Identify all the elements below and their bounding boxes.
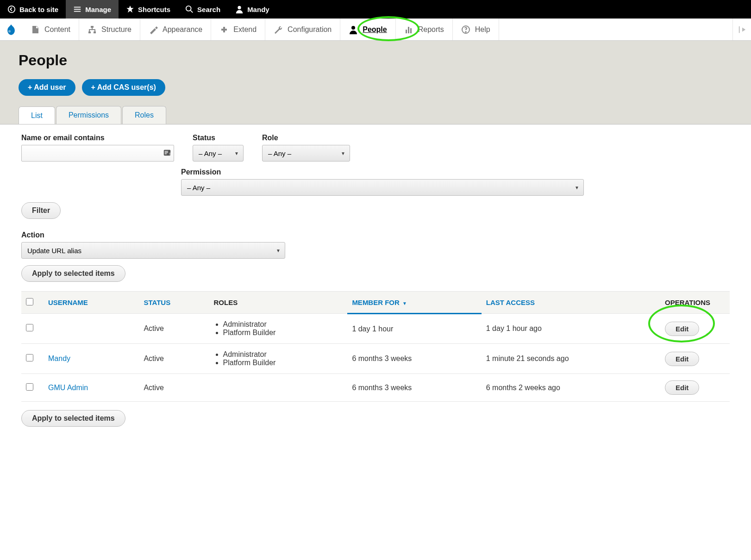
star-icon xyxy=(126,5,134,13)
svg-point-0 xyxy=(8,6,15,12)
action-group: Action Update URL alias xyxy=(21,231,730,259)
last-access-cell: 1 minute 21 seconds ago xyxy=(482,344,660,374)
menu-label: Structure xyxy=(101,25,131,34)
menu-label: People xyxy=(363,25,387,34)
search-icon xyxy=(185,5,194,13)
col-member-for[interactable]: MEMBER FOR▼ xyxy=(347,292,481,314)
admin-menu-extend[interactable]: Extend xyxy=(211,19,265,40)
menu-label: Appearance xyxy=(163,25,202,34)
menu-label: Configuration xyxy=(288,25,332,34)
apply-action-top-button[interactable]: Apply to selected items xyxy=(21,265,125,282)
shortcuts-link[interactable]: Shortcuts xyxy=(119,0,178,19)
last-access-cell: 6 months 2 weeks ago xyxy=(482,374,660,402)
row-checkbox[interactable] xyxy=(26,354,33,361)
admin-menu-reports[interactable]: Reports xyxy=(396,19,453,40)
hamburger-icon xyxy=(73,5,81,13)
structure-icon xyxy=(88,25,97,34)
users-table: USERNAME STATUS ROLES MEMBER FOR▼ LAST A… xyxy=(21,291,730,402)
table-row: GMU Admin Active 6 months 3 weeks 6 mont… xyxy=(21,374,730,402)
content-icon xyxy=(31,25,40,34)
user-link[interactable]: Mandy xyxy=(228,0,277,19)
col-operations: OPERATIONS xyxy=(660,292,730,314)
back-label: Back to site xyxy=(19,6,58,13)
role-item: Platform Builder xyxy=(223,329,343,337)
role-item: Administrator xyxy=(223,350,343,359)
col-last-access[interactable]: LAST ACCESS xyxy=(482,292,660,314)
select-all-header xyxy=(21,292,44,314)
username-link[interactable]: GMU Admin xyxy=(48,384,88,392)
admin-menu-configuration[interactable]: Configuration xyxy=(265,19,340,40)
admin-menu-structure[interactable]: Structure xyxy=(79,19,140,40)
admin-menu-help[interactable]: Help xyxy=(453,19,499,40)
svg-rect-9 xyxy=(94,31,96,33)
filter-permission-select[interactable]: – Any – xyxy=(181,179,584,196)
back-to-site-link[interactable]: Back to site xyxy=(0,0,66,19)
menu-label: Extend xyxy=(233,25,257,34)
action-select[interactable]: Update URL alias xyxy=(21,242,285,259)
col-status[interactable]: STATUS xyxy=(139,292,209,314)
svg-rect-18 xyxy=(165,151,168,151)
collapse-toolbar-button[interactable] xyxy=(732,19,751,40)
admin-menu-appearance[interactable]: Appearance xyxy=(140,19,211,40)
role-item: Administrator xyxy=(223,320,343,329)
svg-rect-7 xyxy=(91,26,94,28)
member-for-cell: 6 months 3 weeks xyxy=(347,374,481,402)
search-link[interactable]: Search xyxy=(178,0,228,19)
row-checkbox[interactable] xyxy=(26,324,33,331)
filter-button[interactable]: Filter xyxy=(21,202,61,219)
extend-icon xyxy=(219,25,229,34)
filter-name-label: Name or email contains xyxy=(21,134,174,142)
add-cas-user-button[interactable]: + Add CAS user(s) xyxy=(82,79,165,96)
table-row: Mandy Active AdministratorPlatform Build… xyxy=(21,344,730,374)
filter-permission-group: Permission – Any – xyxy=(181,168,584,196)
roles-cell: AdministratorPlatform Builder xyxy=(209,314,348,344)
add-user-button[interactable]: + Add user xyxy=(19,79,75,96)
username-link[interactable]: Mandy xyxy=(48,355,70,362)
member-for-cell: 6 months 3 weeks xyxy=(347,344,481,374)
svg-point-5 xyxy=(238,6,241,9)
shortcuts-label: Shortcuts xyxy=(138,6,170,13)
table-row: Active AdministratorPlatform Builder 1 d… xyxy=(21,314,730,344)
svg-rect-19 xyxy=(165,152,168,153)
svg-point-4 xyxy=(186,6,191,11)
page-title: People xyxy=(19,52,732,69)
user-label: Mandy xyxy=(247,6,269,13)
search-label: Search xyxy=(197,6,220,13)
admin-menu-content[interactable]: Content xyxy=(22,19,79,40)
edit-button[interactable]: Edit xyxy=(665,352,699,366)
row-checkbox[interactable] xyxy=(26,383,33,391)
member-for-cell: 1 day 1 hour xyxy=(347,314,481,344)
filter-role-select[interactable]: – Any – xyxy=(262,145,350,162)
select-all-checkbox[interactable] xyxy=(26,298,33,305)
edit-button[interactable]: Edit xyxy=(665,322,699,336)
col-username[interactable]: USERNAME xyxy=(44,292,139,314)
menu-label: Content xyxy=(44,25,70,34)
svg-rect-8 xyxy=(88,31,91,33)
drupal-logo[interactable] xyxy=(0,19,22,40)
tab-roles[interactable]: Roles xyxy=(122,106,166,124)
svg-rect-1 xyxy=(74,7,81,8)
filter-name-group: Name or email contains 9+ xyxy=(21,134,174,162)
action-label: Action xyxy=(21,231,730,239)
manage-link[interactable]: Manage xyxy=(66,0,119,19)
admin-menu-people[interactable]: People xyxy=(340,19,395,40)
help-icon xyxy=(461,25,470,34)
people-icon xyxy=(349,25,358,34)
tab-permissions[interactable]: Permissions xyxy=(56,106,121,124)
filter-status-label: Status xyxy=(193,134,244,142)
roles-cell: AdministratorPlatform Builder xyxy=(209,344,348,374)
filter-status-select[interactable]: – Any – xyxy=(193,145,244,162)
menu-label: Help xyxy=(475,25,490,34)
manage-label: Manage xyxy=(85,6,111,13)
menu-label: Reports xyxy=(418,25,444,34)
autocomplete-icon: 9+ xyxy=(163,149,171,157)
filter-name-input[interactable] xyxy=(21,145,174,162)
edit-button[interactable]: Edit xyxy=(665,380,699,395)
filter-status-group: Status – Any – xyxy=(193,134,244,162)
apply-action-bottom-button[interactable]: Apply to selected items xyxy=(21,410,125,427)
tab-list[interactable]: List xyxy=(19,106,55,124)
status-cell: Active xyxy=(139,314,209,344)
svg-rect-11 xyxy=(406,30,407,33)
svg-rect-16 xyxy=(738,26,739,32)
wrench-icon xyxy=(274,25,283,34)
